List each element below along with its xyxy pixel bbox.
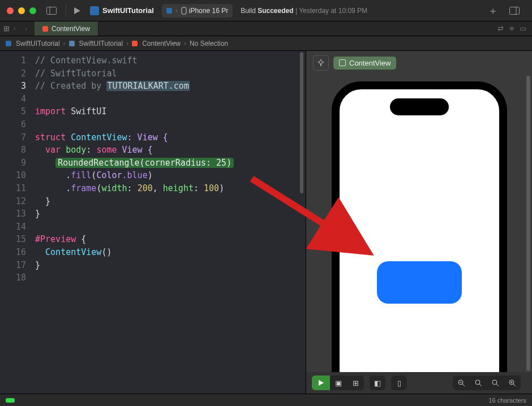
adjust-editor-icon[interactable]: ≡ xyxy=(509,24,514,33)
project-name-label: SwiftUITutorial xyxy=(102,6,154,15)
svg-marker-2 xyxy=(74,7,80,14)
chevron-right-icon: › xyxy=(184,40,186,47)
tab-contentview[interactable]: ContentView xyxy=(35,21,98,36)
scheme-chevron-icon: › xyxy=(175,7,178,15)
build-status[interactable]: Build Succeeded | Yesterday at 10:09 PM xyxy=(241,7,367,15)
selectable-preview-button[interactable]: ▣ xyxy=(330,375,347,390)
code-text: () xyxy=(101,247,111,257)
nav-forward-icon[interactable]: › xyxy=(21,24,31,33)
code-text: // SwiftTutorial xyxy=(35,68,117,79)
build-time: Yesterday at 10:09 PM xyxy=(299,7,367,15)
swift-file-icon xyxy=(132,41,138,46)
preview-canvas[interactable] xyxy=(306,75,532,394)
titlebar-separator xyxy=(66,5,66,16)
code-func: fill xyxy=(71,170,91,180)
breadcrumb-project[interactable]: SwiftUITutorial xyxy=(6,40,60,47)
zoom-controls-group xyxy=(453,375,521,390)
breadcrumb-label: ContentView xyxy=(142,40,181,47)
zoom-icon xyxy=(474,379,482,387)
device-rotate-button[interactable]: ▯ xyxy=(391,375,407,390)
scheme-selector[interactable]: › iPhone 16 Pr xyxy=(162,4,233,18)
code-keyword: import xyxy=(35,106,66,116)
code-text: } xyxy=(35,209,40,219)
code-text xyxy=(35,145,45,155)
code-area[interactable]: // ContentView.swift // SwiftTutorial //… xyxy=(34,51,306,394)
variants-preview-button[interactable]: ⊞ xyxy=(347,375,364,390)
code-keyword: struct xyxy=(35,132,66,142)
build-result: Succeeded xyxy=(258,7,293,15)
code-text: // Created by xyxy=(35,81,106,91)
run-button[interactable] xyxy=(70,3,84,18)
code-keyword: #Preview xyxy=(35,234,76,244)
code-text: // ContentView.swift xyxy=(35,55,138,66)
code-text: ) xyxy=(148,170,153,180)
live-preview-button[interactable] xyxy=(312,375,330,390)
svg-point-12 xyxy=(492,380,497,385)
preview-toolbar: ▣ ⊞ ◧ ▯ xyxy=(306,372,532,394)
svg-rect-3 xyxy=(182,7,186,14)
play-icon xyxy=(318,379,324,386)
status-indicator-icon[interactable] xyxy=(6,398,15,403)
code-type: Color xyxy=(96,170,122,180)
zoom-out-button[interactable] xyxy=(453,375,470,390)
pin-preview-button[interactable] xyxy=(313,55,329,71)
chevron-right-icon: › xyxy=(126,40,128,47)
tab-strip: ⊞ ‹ › ContentView ⇄ ≡ ▭ xyxy=(0,21,532,36)
folder-icon xyxy=(69,41,75,46)
window-close-button[interactable] xyxy=(7,7,14,14)
breadcrumb-file[interactable]: ContentView xyxy=(132,40,181,47)
preview-struct-icon xyxy=(339,59,346,66)
preview-pane: ContentView ▣ ⊞ ◧ ▯ xyxy=(306,51,532,394)
code-text: } xyxy=(35,260,40,270)
code-text: , xyxy=(153,183,163,193)
breadcrumb-label: SwiftUITutorial xyxy=(16,40,60,47)
editor-scrollbar[interactable] xyxy=(298,51,304,394)
preview-selector[interactable]: ContentView xyxy=(333,57,396,70)
code-text: . xyxy=(66,183,71,193)
zoom-actual-button[interactable] xyxy=(487,375,504,390)
selected-text: TUTORIALKART.com xyxy=(106,81,190,91)
counterpart-icon[interactable]: ⇄ xyxy=(497,24,504,33)
pin-icon xyxy=(318,59,324,67)
code-number: 200 xyxy=(138,183,153,193)
scheme-app-icon xyxy=(166,8,172,14)
status-bar: 16 characters xyxy=(0,394,532,406)
device-icon xyxy=(181,7,187,15)
add-button[interactable]: ＋ xyxy=(486,3,500,18)
zoom-out-icon xyxy=(457,379,465,387)
window-minimize-button[interactable] xyxy=(18,7,25,14)
line-number-gutter: 123456789101112131415161718 xyxy=(0,51,34,394)
code-number: 100 xyxy=(204,183,219,193)
preview-controls-group: ▣ ⊞ xyxy=(312,375,364,390)
window-titlebar: SwiftUITutorial › iPhone 16 Pr Build Suc… xyxy=(0,0,532,21)
preview-badge-label: ContentView xyxy=(349,59,391,67)
breadcrumb-folder[interactable]: SwiftUITutorial xyxy=(69,40,123,47)
library-toggle-icon[interactable] xyxy=(507,3,522,18)
code-editor[interactable]: 123456789101112131415161718 // ContentVi… xyxy=(0,51,306,394)
editor-layout-icon[interactable]: ▭ xyxy=(520,24,526,33)
zoom-in-button[interactable] xyxy=(504,375,521,390)
code-text: ) xyxy=(219,183,224,193)
svg-rect-4 xyxy=(510,7,520,14)
breadcrumb-label: No Selection xyxy=(190,40,228,47)
code-text: : xyxy=(127,183,138,193)
sidebar-toggle-icon[interactable] xyxy=(44,3,59,18)
related-items-icon[interactable]: ⊞ xyxy=(3,24,8,33)
code-text xyxy=(35,158,55,168)
device-frame xyxy=(332,81,507,394)
selection-count-label: 16 characters xyxy=(488,397,526,404)
breadcrumb-symbol[interactable]: No Selection xyxy=(190,40,228,47)
project-title[interactable]: SwiftUITutorial xyxy=(90,6,154,15)
device-settings-button[interactable]: ◧ xyxy=(370,375,385,390)
code-func: frame xyxy=(71,183,96,193)
traffic-lights xyxy=(7,7,36,14)
preview-scrollbar[interactable] xyxy=(524,76,531,371)
code-param: width xyxy=(101,183,127,193)
rendered-rounded-rectangle xyxy=(377,261,462,304)
build-label: Build xyxy=(241,7,256,15)
window-zoom-button[interactable] xyxy=(29,7,36,14)
code-text: : xyxy=(86,145,96,155)
code-text: .blue xyxy=(122,170,148,180)
zoom-fit-button[interactable] xyxy=(470,375,487,390)
nav-back-icon[interactable]: ‹ xyxy=(10,24,20,33)
